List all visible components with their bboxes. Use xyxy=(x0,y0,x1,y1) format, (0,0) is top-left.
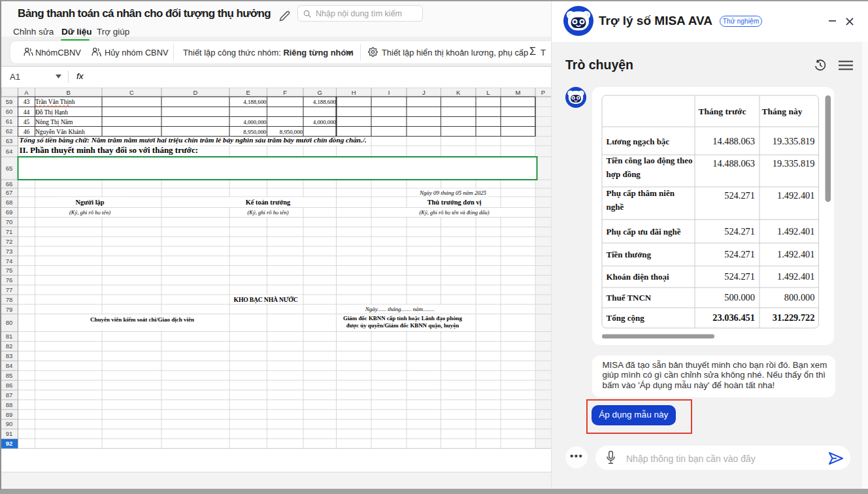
svg-text:86: 86 xyxy=(6,382,13,389)
svg-text:Tổng cộng: Tổng cộng xyxy=(607,313,645,323)
svg-text:524.271: 524.271 xyxy=(724,226,755,237)
svg-text:Khoán điện thoại: Khoán điện thoại xyxy=(607,272,669,282)
svg-text:4,000,000: 4,000,000 xyxy=(313,119,337,125)
svg-text:45: 45 xyxy=(24,119,30,125)
svg-text:500.000: 500.000 xyxy=(724,292,755,303)
svg-text:4,188,600: 4,188,600 xyxy=(243,99,267,105)
svg-text:46: 46 xyxy=(24,129,30,135)
svg-text:524.271: 524.271 xyxy=(724,271,755,282)
svg-text:✕: ✕ xyxy=(99,54,101,57)
svg-text:4,188,600: 4,188,600 xyxy=(313,99,337,105)
svg-text:L: L xyxy=(486,89,490,96)
svg-text:68: 68 xyxy=(6,199,13,206)
svg-text:II. Phần thuyết minh thay đổi: II. Phần thuyết minh thay đổi so với thá… xyxy=(20,145,199,155)
svg-text:Đỗ Thị Hạnh: Đỗ Thị Hạnh xyxy=(35,109,68,116)
svg-text:69: 69 xyxy=(6,208,13,216)
svg-text:1.492.401: 1.492.401 xyxy=(777,271,815,282)
svg-text:Chuyên viên kiểm soát chi/Giao: Chuyên viên kiểm soát chi/Giao dịch viên xyxy=(90,316,194,323)
svg-text:80: 80 xyxy=(6,319,13,326)
svg-text:A: A xyxy=(24,89,29,96)
svg-text:Giám đốc KBNN cấp tỉnh hoặc Lã: Giám đốc KBNN cấp tỉnh hoặc Lãnh đạo phò… xyxy=(343,315,463,321)
svg-text:91: 91 xyxy=(6,430,13,437)
svg-text:8,950,000: 8,950,000 xyxy=(243,129,267,135)
svg-text:70: 70 xyxy=(6,218,13,225)
svg-text:1.492.401: 1.492.401 xyxy=(777,190,815,201)
svg-text:66: 66 xyxy=(6,180,13,188)
svg-text:Lương ngạch bậc: Lương ngạch bậc xyxy=(607,137,670,146)
svg-text:524.271: 524.271 xyxy=(724,190,755,201)
svg-text:64: 64 xyxy=(6,148,13,155)
svg-text:67: 67 xyxy=(6,189,13,196)
svg-text:J: J xyxy=(422,89,426,96)
svg-text:Thủ trưởng đơn vị: Thủ trưởng đơn vị xyxy=(427,199,482,206)
svg-text:Tháng trước: Tháng trước xyxy=(699,107,746,116)
svg-text:được ủy quyền/Giám đốc KBNN qu: được ủy quyền/Giám đốc KBNN quận, huyện xyxy=(346,322,459,329)
svg-text:4,000,000: 4,000,000 xyxy=(243,119,267,125)
svg-text:KHO BẠC NHÀ NƯỚC: KHO BẠC NHÀ NƯỚC xyxy=(234,296,298,303)
svg-text:81: 81 xyxy=(6,333,13,340)
svg-text:85: 85 xyxy=(6,372,13,379)
svg-text:1.492.401: 1.492.401 xyxy=(777,249,815,259)
svg-text:19.335.819: 19.335.819 xyxy=(773,136,815,146)
svg-text:Nông Thị Năm: Nông Thị Năm xyxy=(35,119,73,126)
svg-text:82: 82 xyxy=(6,342,13,350)
svg-text:90: 90 xyxy=(6,420,13,427)
svg-text:14.488.063: 14.488.063 xyxy=(712,136,755,146)
svg-text:1.492.401: 1.492.401 xyxy=(777,226,815,237)
svg-text:65: 65 xyxy=(6,165,13,172)
svg-text:Tiền công lao động theo: Tiền công lao động theo xyxy=(607,156,693,165)
svg-text:G: G xyxy=(318,89,322,96)
svg-text:79: 79 xyxy=(6,306,13,313)
svg-text:72: 72 xyxy=(6,238,13,245)
svg-text:Nguyễn Văn Khánh: Nguyễn Văn Khánh xyxy=(35,129,85,135)
svg-text:B: B xyxy=(67,89,71,96)
svg-text:Trần Văn Thịnh: Trần Văn Thịnh xyxy=(35,99,75,106)
svg-text:Phụ cấp ưu đãi nghề: Phụ cấp ưu đãi nghề xyxy=(607,227,681,237)
svg-text:87: 87 xyxy=(6,391,13,399)
svg-text:524.271: 524.271 xyxy=(724,249,755,259)
svg-text:19.335.819: 19.335.819 xyxy=(773,158,815,169)
svg-text:C: C xyxy=(129,89,134,96)
svg-text:71: 71 xyxy=(6,228,13,235)
svg-text:75: 75 xyxy=(6,267,13,274)
svg-text:Người lập: Người lập xyxy=(75,199,104,206)
svg-text:83: 83 xyxy=(6,352,13,359)
svg-text:hợp đồng: hợp đồng xyxy=(607,169,641,179)
svg-text:74: 74 xyxy=(6,257,13,265)
svg-text:P: P xyxy=(541,89,545,96)
svg-text:K: K xyxy=(456,89,461,96)
svg-text:E: E xyxy=(246,89,250,96)
svg-text:Tiền thưởng: Tiền thưởng xyxy=(607,250,652,259)
svg-text:F: F xyxy=(283,89,287,96)
svg-text:nghề: nghề xyxy=(607,202,624,212)
svg-text:44: 44 xyxy=(24,109,30,116)
svg-text:73: 73 xyxy=(6,248,13,255)
svg-text:D: D xyxy=(193,89,198,96)
svg-text:Phụ cấp thâm niên: Phụ cấp thâm niên xyxy=(607,188,675,198)
svg-text:61: 61 xyxy=(6,118,13,125)
svg-text:Kế toán trưởng: Kế toán trưởng xyxy=(246,199,291,206)
svg-text:14.488.063: 14.488.063 xyxy=(712,158,755,169)
svg-text:92: 92 xyxy=(6,440,13,447)
svg-text:60: 60 xyxy=(6,108,13,115)
svg-text:(Ký, ghi rõ họ tên): (Ký, ghi rõ họ tên) xyxy=(247,209,288,216)
svg-text:(Ký, ghi rõ họ tên): (Ký, ghi rõ họ tên) xyxy=(69,209,110,216)
svg-text:62: 62 xyxy=(6,127,13,135)
svg-text:8,950,000: 8,950,000 xyxy=(280,129,303,135)
svg-text:88: 88 xyxy=(6,401,13,408)
svg-text:76: 76 xyxy=(6,276,13,284)
svg-text:M: M xyxy=(516,89,521,96)
svg-text:89: 89 xyxy=(6,411,13,418)
svg-text:63: 63 xyxy=(6,137,13,144)
svg-text:Ngày...... tháng....... năm...: Ngày...... tháng....... năm........ xyxy=(365,306,435,312)
svg-text:Ngày 09 tháng 05 năm 2025: Ngày 09 tháng 05 năm 2025 xyxy=(419,189,487,196)
svg-text:I: I xyxy=(388,89,390,96)
svg-text:43: 43 xyxy=(24,99,30,105)
svg-text:Thuế TNCN: Thuế TNCN xyxy=(607,293,652,303)
svg-text:H: H xyxy=(352,89,356,96)
svg-text:(Ký, ghi rõ họ tên và đóng dấu: (Ký, ghi rõ họ tên và đóng dấu) xyxy=(419,209,489,216)
svg-text:23.036.451: 23.036.451 xyxy=(712,312,755,323)
svg-text:31.229.722: 31.229.722 xyxy=(773,312,815,323)
svg-text:Tổng số tiền bằng chữ: Năm tră: Tổng số tiền bằng chữ: Năm trăm năm mươi… xyxy=(20,136,367,144)
svg-text:Tháng này: Tháng này xyxy=(762,107,803,116)
